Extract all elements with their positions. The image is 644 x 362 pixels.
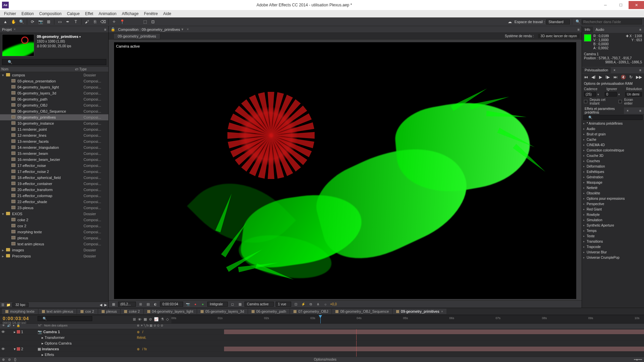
camera-tool-icon[interactable]: 📷 xyxy=(37,18,44,25)
panel-menu-icon[interactable]: ≡ xyxy=(637,27,644,33)
graph-icon[interactable]: 📈 xyxy=(154,317,159,321)
tree-row[interactable]: cox 2Composi... xyxy=(0,223,108,229)
tree-row[interactable]: 22-effector_shadeComposi... xyxy=(0,199,108,205)
next-frame-icon[interactable]: Ⅰ▶ xyxy=(605,75,610,79)
effect-category[interactable]: Perspective xyxy=(582,201,644,207)
tree-row[interactable]: 05-geometry_layers_3dComposi... xyxy=(0,90,108,96)
comp-tab-menu-icon[interactable]: ▾ xyxy=(181,27,183,32)
motion-blur-icon[interactable]: ⊘ xyxy=(149,317,152,321)
panel-menu-icon[interactable]: ≡ xyxy=(637,108,644,114)
timeline-tab[interactable]: 07-geometry_OBJ xyxy=(290,309,331,314)
camera-dropdown[interactable]: Caméra active xyxy=(245,302,273,307)
timeline-tab[interactable]: 08-geometry_OBJ_Sequence xyxy=(332,309,392,314)
frame-blend-icon[interactable]: ▦ xyxy=(144,317,147,321)
workspace-select[interactable]: Standard xyxy=(546,19,570,24)
timeline-tab[interactable]: cox 2 xyxy=(77,309,97,314)
alpha-icon[interactable]: ▦ xyxy=(111,302,116,306)
scroll-right-icon[interactable]: ▶ xyxy=(104,303,107,307)
scroll-left-icon[interactable]: ◀ xyxy=(100,303,102,307)
tab-audio[interactable]: Audio xyxy=(593,27,607,33)
comp-tab-close-icon[interactable]: × xyxy=(187,27,189,31)
lock-icon[interactable]: 🔒 xyxy=(111,27,115,32)
time-ruler[interactable]: 00s01s02s03s04s05s06s07s08s09s10s xyxy=(171,315,644,323)
tree-row[interactable]: 12-renderer_linesComposi... xyxy=(0,132,108,138)
fullscreen-checkbox[interactable] xyxy=(619,100,622,103)
tree-row[interactable]: 17-effector_noise 2Composi... xyxy=(0,169,108,175)
layer-row[interactable]: ▸ Effets xyxy=(0,352,644,357)
tree-row[interactable]: text anim plexusComposi... xyxy=(0,241,108,247)
tree-row[interactable]: 09-geometry_primitivesComposi... xyxy=(0,114,108,120)
effect-category[interactable]: CINEMA 4D xyxy=(582,142,644,148)
layer-row[interactable]: ▸ TransformerRéinit. xyxy=(0,335,644,341)
tree-row[interactable]: 07-geometry_OBJComposi... xyxy=(0,102,108,108)
rotate-tool-icon[interactable]: ⟳ xyxy=(29,18,36,25)
timeline-tab[interactable]: 05-geometry_layers_3d xyxy=(197,309,248,314)
roi-icon[interactable]: ◻ xyxy=(230,302,235,306)
tree-row[interactable]: 04-geometry_layers_lightComposi... xyxy=(0,84,108,90)
flowchart-icon[interactable]: ⋔ xyxy=(315,302,321,306)
tree-row[interactable]: coke 2Composi... xyxy=(0,217,108,223)
effect-category[interactable]: Couche 3D xyxy=(582,153,644,159)
cadence-input[interactable]: (25) xyxy=(584,92,596,97)
menu-layer[interactable]: Calque xyxy=(64,11,82,16)
close-button[interactable]: ✕ xyxy=(629,1,644,9)
menu-composition[interactable]: Composition xyxy=(37,11,64,16)
tree-row[interactable]: plexusComposi... xyxy=(0,235,108,241)
snap-icon[interactable]: ⬚ xyxy=(142,18,148,25)
tree-row[interactable]: ▸imagesDossier xyxy=(0,247,108,253)
layer-row[interactable]: 👁▾2▦ instances⊕ / fx xyxy=(0,346,644,352)
renderer-value[interactable]: 3D avec lancer de rayon xyxy=(538,34,580,38)
zoom-slider-icon[interactable]: ━●━━ xyxy=(634,358,642,361)
effect-category[interactable]: Bruit et grain xyxy=(582,132,644,137)
layer-row[interactable]: ▸ Options Caméra xyxy=(0,341,644,346)
expose-icon[interactable]: ☼ xyxy=(323,302,328,306)
tree-row[interactable]: ▾composDossier xyxy=(0,72,108,78)
skip-input[interactable]: 0 xyxy=(605,92,617,97)
mask-icon[interactable]: ◐ xyxy=(153,302,158,306)
toggle-switches-icon[interactable]: ⊕ xyxy=(2,358,5,361)
clone-tool-icon[interactable]: ⎘ xyxy=(92,18,98,25)
tab-preview[interactable]: Prévisualisation xyxy=(582,67,611,73)
pen-tool-icon[interactable]: ✒ xyxy=(64,18,71,25)
zoom-dropdown[interactable]: (65,2... xyxy=(118,302,136,307)
layout-icon[interactable]: ⊞ xyxy=(138,302,143,306)
brush-tool-icon[interactable]: 🖌 xyxy=(84,18,90,25)
tree-row[interactable]: 13-renderer_facetsComposi... xyxy=(0,138,108,144)
panel-close-icon[interactable]: × xyxy=(14,27,16,31)
effect-category[interactable]: Universe Blur xyxy=(582,250,644,255)
timeline-tab[interactable]: morphing texte xyxy=(2,309,38,314)
effect-category[interactable]: Rowbyte xyxy=(582,212,644,218)
project-list-header[interactable]: Nom 🏷 Type xyxy=(0,66,108,72)
options-modes[interactable]: Options/modes xyxy=(314,358,336,361)
loop-icon[interactable]: ↻ xyxy=(629,75,633,79)
effect-category[interactable]: Cache xyxy=(582,137,644,142)
tree-row[interactable]: 14-renderer_triangulationComposi... xyxy=(0,144,108,150)
tree-row[interactable]: 18-effector_spherical_fieldComposi... xyxy=(0,175,108,181)
comp-subtab[interactable]: 09-geometry_primitives xyxy=(113,33,160,39)
play-icon[interactable]: ▶ xyxy=(599,75,602,79)
cc-icon[interactable]: ☁ xyxy=(506,18,513,25)
time-indicator[interactable] xyxy=(320,315,321,323)
menu-window[interactable]: Fenêtre xyxy=(141,11,160,16)
eraser-tool-icon[interactable]: ⌫ xyxy=(100,18,106,25)
effect-category[interactable]: Synthetic Aperture xyxy=(582,223,644,228)
effects-list[interactable]: * Animations prédéfiniesAudioBruit et gr… xyxy=(582,121,644,308)
tree-row[interactable]: 20-effector_transformComposi... xyxy=(0,187,108,193)
res-input[interactable]: Un demi xyxy=(625,92,642,97)
timeline-tab[interactable]: plexus xyxy=(98,309,120,314)
fast-icon[interactable]: ⚡ xyxy=(301,302,306,306)
effect-category[interactable]: Déformation xyxy=(582,164,644,169)
effect-category[interactable]: Temps xyxy=(582,228,644,234)
channel2-icon[interactable]: ● xyxy=(200,302,205,306)
exposure-value[interactable]: +0,0 xyxy=(330,302,337,306)
project-search-input[interactable] xyxy=(2,59,106,65)
channel-icon[interactable]: ● xyxy=(193,302,198,306)
zoom-tool-icon[interactable]: 🔍 xyxy=(18,18,25,25)
mute-icon[interactable]: 🔇 xyxy=(621,75,626,79)
brainstorm-icon[interactable]: ⚗ xyxy=(161,317,164,321)
menu-effect[interactable]: Effet xyxy=(82,11,96,16)
current-time[interactable]: 0:00:03:04 00079 (25.00 ips) xyxy=(0,315,36,323)
hand-tool-icon[interactable]: ✋ xyxy=(10,18,17,25)
auto-kf-icon[interactable]: ◇ xyxy=(166,317,169,321)
tree-row[interactable]: ▾EXOSDossier xyxy=(0,211,108,217)
